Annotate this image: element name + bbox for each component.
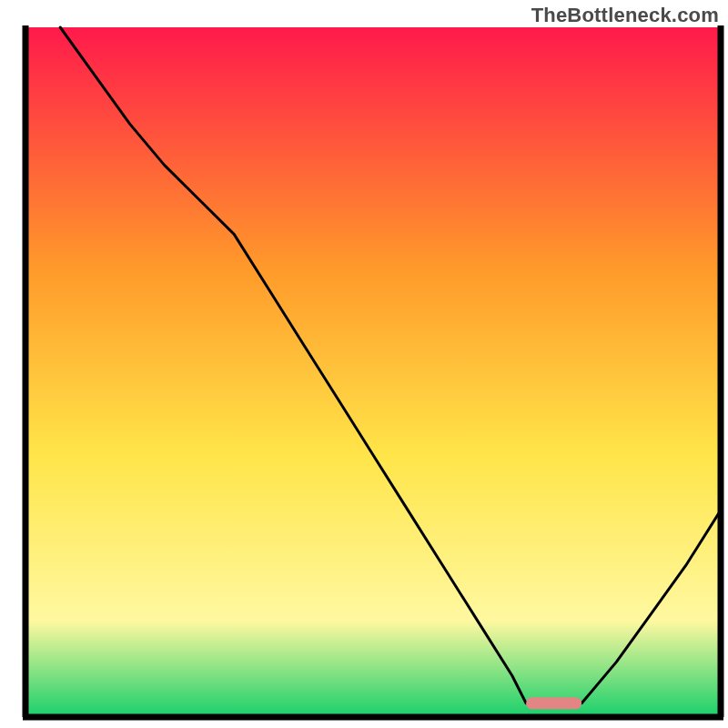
- bottleneck-chart: [0, 0, 728, 728]
- gradient-background: [25, 27, 721, 717]
- chart-container: TheBottleneck.com: [0, 0, 728, 728]
- optimal-range-marker: [526, 697, 581, 709]
